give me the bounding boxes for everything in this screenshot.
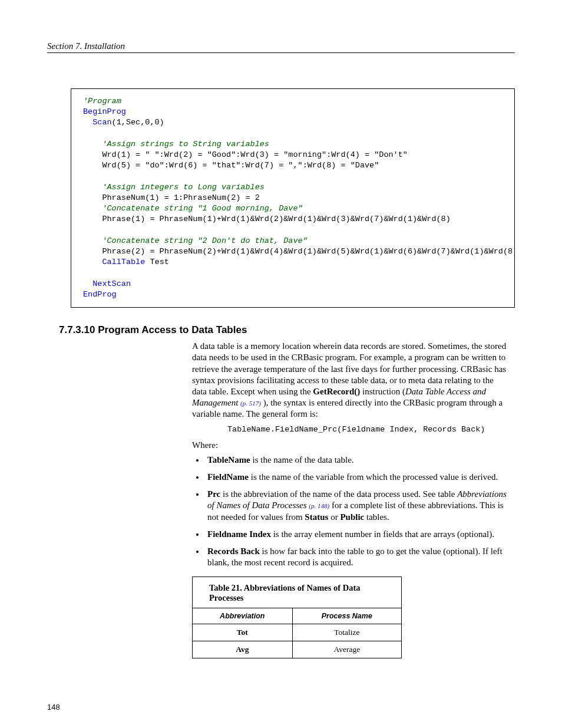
process-cell: Totalize (292, 624, 401, 641)
code-comment: 'Concatenate string "1 Good morning, Dav… (83, 204, 303, 213)
term: Prc (207, 489, 220, 499)
list-item: Records Back is how far back into the ta… (205, 546, 509, 568)
code-text: (1,Sec,0,0) (112, 118, 164, 127)
code-text: Phrase(1) = PhraseNum(1)+Wrd(1)&Wrd(2)&W… (83, 215, 451, 223)
table-row: Avg Average (193, 641, 402, 658)
code-keyword: BeginProg (83, 107, 126, 116)
code-text: Test (145, 258, 169, 266)
code-keyword: CallTable (83, 258, 145, 266)
section-heading: 7.7.3.10 Program Access to Data Tables (59, 324, 515, 336)
code-keyword: Scan (83, 118, 112, 127)
body-column: A data table is a memory location wherei… (192, 341, 509, 568)
column-header: Process Name (292, 608, 401, 624)
page-reference-link[interactable]: (p. 148) (309, 502, 329, 509)
code-comment: 'Concatenate string "2 Don't do that, Da… (83, 236, 308, 245)
code-text: Phrase(2) = PhraseNum(2)+Wrd(1)&Wrd(4)&W… (83, 247, 515, 256)
table-title: Table 21. Abbreviations of Names of Data… (193, 577, 402, 608)
code-comment: 'Assign integers to Long variables (83, 183, 265, 192)
bullet-list: TableName is the name of the data table.… (192, 454, 509, 569)
abbreviations-table: Table 21. Abbreviations of Names of Data… (192, 577, 402, 658)
text: instruction ( (360, 387, 405, 396)
term: Fieldname Index (207, 529, 271, 539)
definition: is the array element number in fields th… (271, 529, 494, 539)
list-item: TableName is the name of the data table. (205, 454, 509, 466)
process-cell: Average (292, 641, 401, 658)
column-header: Abbreviation (193, 608, 293, 624)
table-title-row: Table 21. Abbreviations of Names of Data… (193, 577, 402, 608)
page-reference-link[interactable]: (p. 517) (240, 400, 261, 407)
code-text: PhraseNum(1) = 1:PhraseNum(2) = 2 (83, 193, 260, 202)
running-header: Section 7. Installation (47, 41, 515, 53)
text: or (328, 512, 340, 522)
page-number: 148 (47, 703, 60, 711)
code-comment: 'Assign strings to String variables (83, 140, 269, 149)
code-keyword: EndProg (83, 290, 117, 299)
code-comment: 'Program (83, 97, 121, 106)
list-item: Prc is the abbreviation of the name of t… (205, 489, 509, 523)
term: FieldName (207, 472, 249, 482)
code-text: Wrd(5) = "do":Wrd(6) = "that":Wrd(7) = "… (83, 161, 379, 170)
bold-text: Status (305, 512, 328, 522)
bold-text: GetRecord() (313, 387, 360, 396)
code-text: Wrd(1) = " ":Wrd(2) = "Good":Wrd(3) = "m… (83, 150, 408, 159)
abbr-cell: Tot (193, 624, 293, 641)
term: TableName (207, 455, 250, 465)
table-header-row: Abbreviation Process Name (193, 608, 402, 624)
definition: is the name of the variable from which t… (249, 472, 498, 482)
where-label: Where: (192, 440, 509, 451)
code-listing: 'Program BeginProg Scan(1,Sec,0,0) 'Assi… (71, 88, 515, 308)
definition: is the name of the data table. (250, 455, 354, 465)
table-container: Table 21. Abbreviations of Names of Data… (192, 577, 515, 658)
text: tables. (364, 512, 389, 522)
list-item: Fieldname Index is the array element num… (205, 529, 509, 540)
term: Records Back (207, 546, 260, 556)
table-row: Tot Totalize (193, 624, 402, 641)
paragraph: A data table is a memory location wherei… (192, 341, 509, 420)
list-item: FieldName is the name of the variable fr… (205, 472, 509, 483)
code-keyword: NextScan (83, 279, 131, 288)
bold-text: Public (340, 512, 364, 522)
abbr-cell: Avg (193, 641, 293, 658)
page: Section 7. Installation 'Program BeginPr… (0, 0, 562, 728)
text: is the abbreviation of the name of the d… (220, 489, 457, 499)
syntax-example: TableName.FieldName_Prc(Fieldname Index,… (227, 424, 509, 434)
